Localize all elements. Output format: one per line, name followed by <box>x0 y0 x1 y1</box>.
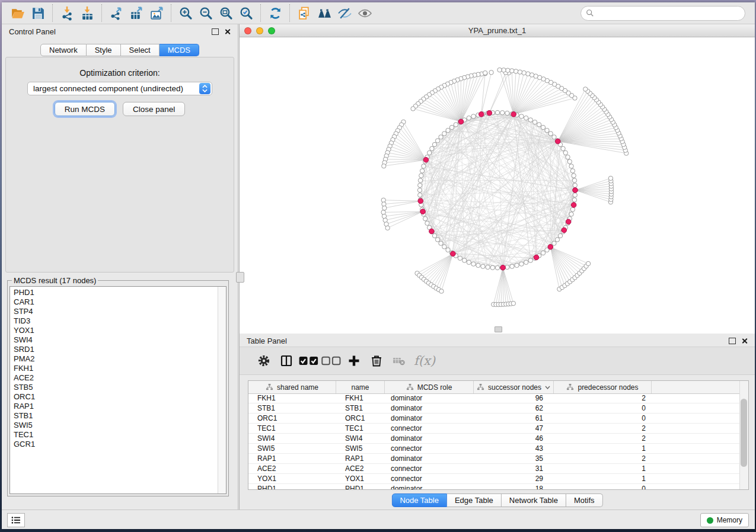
table-row[interactable]: STB1STB1dominator620 <box>248 403 740 414</box>
table-row[interactable]: SWI5SWI5connector431 <box>248 444 740 454</box>
network-canvas[interactable] <box>240 37 755 333</box>
cell-mcds_role[interactable]: connector <box>385 464 474 473</box>
close-panel-button[interactable]: Close panel <box>123 102 185 116</box>
cell-mcds_role[interactable]: dominator <box>385 454 474 463</box>
cell-name[interactable]: SWI4 <box>336 434 385 443</box>
delete-column-icon[interactable] <box>365 351 388 370</box>
table-row[interactable]: ORC1ORC1dominator610 <box>248 414 740 424</box>
horizontal-splitter-handle[interactable] <box>495 326 502 332</box>
cell-successor_nodes[interactable]: 18 <box>474 484 554 490</box>
table-row[interactable]: PHD1PHD1dominator180 <box>248 484 740 490</box>
cell-name[interactable]: YOX1 <box>336 474 385 483</box>
export-network-icon[interactable] <box>106 4 126 22</box>
mcds-result-item[interactable]: GCR1 <box>14 440 218 449</box>
mcds-list-scrollbar[interactable] <box>218 287 226 493</box>
cell-predecessor_nodes[interactable]: 0 <box>554 484 652 490</box>
cell-name[interactable]: RAP1 <box>336 454 385 463</box>
search-box[interactable] <box>580 6 745 21</box>
mcds-result-item[interactable]: ACE2 <box>14 373 218 383</box>
cell-shared_name[interactable]: SWI5 <box>248 444 336 453</box>
network-graph[interactable] <box>240 37 755 333</box>
open-file-icon[interactable] <box>8 4 28 22</box>
mcds-result-item[interactable]: TEC1 <box>14 430 218 440</box>
cell-successor_nodes[interactable]: 61 <box>474 414 554 423</box>
minimize-window-icon[interactable] <box>256 27 263 34</box>
mcds-result-item[interactable]: FKH1 <box>14 364 218 373</box>
tab-select[interactable]: Select <box>121 44 160 56</box>
import-network-icon[interactable] <box>57 4 77 22</box>
mcds-result-item[interactable]: RAP1 <box>14 402 218 411</box>
close-panel-icon[interactable] <box>224 28 231 35</box>
mcds-result-item[interactable]: PHD1 <box>14 288 218 297</box>
unselect-all-columns-icon[interactable] <box>320 351 343 370</box>
float-panel-icon[interactable] <box>729 338 736 344</box>
create-column-icon[interactable] <box>343 351 365 370</box>
zoom-selected-icon[interactable] <box>236 4 256 22</box>
cell-successor_nodes[interactable]: 62 <box>474 403 554 413</box>
cell-mcds_role[interactable]: connector <box>385 424 474 433</box>
cell-successor_nodes[interactable]: 43 <box>474 444 554 453</box>
cell-shared_name[interactable]: FKH1 <box>248 393 336 403</box>
cell-predecessor_nodes[interactable]: 0 <box>554 414 652 423</box>
tab-node-table[interactable]: Node Table <box>391 493 447 507</box>
column-header-successor-nodes[interactable]: successor nodes <box>474 381 554 393</box>
cell-name[interactable]: ACE2 <box>336 464 385 473</box>
cell-successor_nodes[interactable]: 46 <box>474 434 554 443</box>
first-neighbors-icon[interactable] <box>314 4 334 22</box>
maximize-window-icon[interactable] <box>268 27 275 34</box>
cell-successor_nodes[interactable]: 35 <box>474 454 554 463</box>
zoom-in-icon[interactable] <box>176 4 196 22</box>
show-all-icon[interactable] <box>355 4 375 22</box>
cell-shared_name[interactable]: YOX1 <box>248 474 336 483</box>
table-row[interactable]: SWI4SWI4dominator462 <box>248 434 740 444</box>
cell-mcds_role[interactable]: dominator <box>385 484 474 490</box>
cell-shared_name[interactable]: STB1 <box>248 403 336 413</box>
cell-mcds_role[interactable]: dominator <box>385 414 474 423</box>
export-image-icon[interactable] <box>146 4 167 22</box>
table-scrollbar-thumb[interactable] <box>741 399 747 467</box>
cell-mcds_role[interactable]: dominator <box>385 393 474 403</box>
cell-predecessor_nodes[interactable]: 2 <box>554 393 652 403</box>
table-row[interactable]: TEC1TEC1connector472 <box>248 424 740 434</box>
close-window-icon[interactable] <box>244 27 251 34</box>
cell-name[interactable]: SWI5 <box>336 444 385 453</box>
export-table-icon[interactable] <box>126 4 146 22</box>
cell-shared_name[interactable]: ACE2 <box>248 464 336 473</box>
cell-mcds_role[interactable]: connector <box>385 444 474 453</box>
criterion-select[interactable]: largest connected component (undirected) <box>27 82 212 95</box>
show-column-panel-icon[interactable] <box>275 351 298 370</box>
show-task-history-button[interactable] <box>7 513 25 527</box>
cell-shared_name[interactable]: SWI4 <box>248 434 336 443</box>
memory-button[interactable]: Memory <box>700 513 749 527</box>
cell-name[interactable]: FKH1 <box>336 393 385 403</box>
mcds-result-item[interactable]: YOX1 <box>14 326 218 335</box>
cell-predecessor_nodes[interactable]: 2 <box>554 424 652 433</box>
save-icon[interactable] <box>28 4 48 22</box>
cell-shared_name[interactable]: RAP1 <box>248 454 336 463</box>
vertical-splitter-handle[interactable] <box>236 272 244 283</box>
mcds-result-item[interactable]: ORC1 <box>14 392 218 402</box>
import-table-icon[interactable] <box>77 4 97 22</box>
cell-shared_name[interactable]: PHD1 <box>248 484 336 490</box>
mcds-result-item[interactable]: TID3 <box>14 316 218 326</box>
table-settings-gear-icon[interactable] <box>253 351 275 370</box>
float-panel-icon[interactable] <box>212 28 219 35</box>
mcds-result-item[interactable]: SRD1 <box>14 345 218 354</box>
search-input[interactable] <box>594 9 745 18</box>
duplicate-network-icon[interactable] <box>294 4 314 22</box>
refresh-icon[interactable] <box>265 4 285 22</box>
cell-mcds_role[interactable]: connector <box>385 474 474 483</box>
zoom-fit-icon[interactable] <box>216 4 236 22</box>
cell-shared_name[interactable]: TEC1 <box>248 424 336 433</box>
cell-successor_nodes[interactable]: 29 <box>474 474 554 483</box>
cell-predecessor_nodes[interactable]: 2 <box>554 454 652 463</box>
table-row[interactable]: RAP1RAP1dominator352 <box>248 454 740 464</box>
hide-selected-icon[interactable] <box>334 4 355 22</box>
table-row[interactable]: ACE2ACE2connector311 <box>248 464 740 474</box>
mcds-result-item[interactable]: CAR1 <box>14 297 218 307</box>
column-header-shared-name[interactable]: shared name <box>248 381 336 393</box>
cell-successor_nodes[interactable]: 31 <box>474 464 554 473</box>
tab-network-table[interactable]: Network Table <box>502 493 566 507</box>
cell-shared_name[interactable]: ORC1 <box>248 414 336 423</box>
cell-mcds_role[interactable]: dominator <box>385 434 474 443</box>
